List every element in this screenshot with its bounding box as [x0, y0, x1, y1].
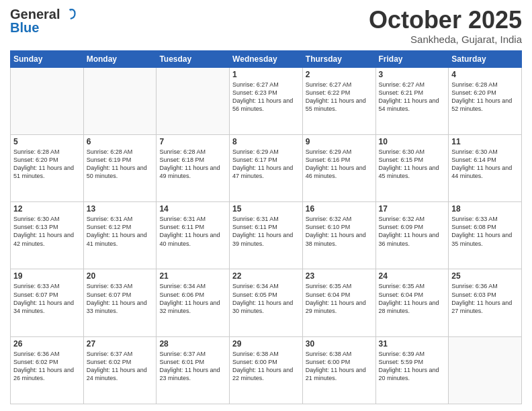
calendar-cell: 17 Sunrise: 6:32 AM Sunset: 6:09 PM Dayl… — [375, 202, 449, 269]
day-info: Sunrise: 6:29 AM Sunset: 6:17 PM Dayligh… — [232, 148, 300, 181]
calendar-cell: 4 Sunrise: 6:28 AM Sunset: 6:20 PM Dayli… — [449, 67, 522, 134]
day-number: 12 — [13, 204, 81, 214]
logo: General Blue — [10, 7, 76, 36]
calendar-cell: 14 Sunrise: 6:31 AM Sunset: 6:11 PM Dayl… — [157, 202, 230, 269]
calendar-cell: 31 Sunrise: 6:39 AM Sunset: 5:59 PM Dayl… — [375, 336, 449, 404]
calendar-row-2: 12 Sunrise: 6:30 AM Sunset: 6:13 PM Dayl… — [11, 202, 522, 269]
page: General Blue October 2025 Sankheda, Guja… — [0, 0, 532, 411]
calendar-cell: 7 Sunrise: 6:28 AM Sunset: 6:18 PM Dayli… — [157, 134, 230, 201]
calendar-cell: 12 Sunrise: 6:30 AM Sunset: 6:13 PM Dayl… — [11, 202, 84, 269]
calendar-cell: 2 Sunrise: 6:27 AM Sunset: 6:22 PM Dayli… — [302, 67, 375, 134]
calendar-cell: 29 Sunrise: 6:38 AM Sunset: 6:00 PM Dayl… — [230, 336, 303, 404]
title-block: October 2025 Sankheda, Gujarat, India — [369, 7, 522, 45]
day-number: 14 — [159, 204, 226, 214]
day-info: Sunrise: 6:31 AM Sunset: 6:12 PM Dayligh… — [87, 215, 154, 248]
day-number: 4 — [451, 70, 519, 79]
location: Sankheda, Gujarat, India — [369, 34, 522, 45]
day-number: 11 — [451, 137, 519, 146]
calendar-cell: 23 Sunrise: 6:35 AM Sunset: 6:04 PM Dayl… — [302, 269, 375, 336]
calendar-cell: 28 Sunrise: 6:37 AM Sunset: 6:01 PM Dayl… — [157, 336, 230, 404]
day-info: Sunrise: 6:27 AM Sunset: 6:21 PM Dayligh… — [379, 81, 446, 113]
day-info: Sunrise: 6:32 AM Sunset: 6:09 PM Dayligh… — [379, 215, 446, 248]
calendar-cell: 10 Sunrise: 6:30 AM Sunset: 6:15 PM Dayl… — [375, 134, 449, 201]
day-number: 18 — [451, 204, 519, 214]
day-info: Sunrise: 6:28 AM Sunset: 6:19 PM Dayligh… — [87, 148, 154, 181]
calendar-cell — [11, 67, 84, 134]
day-info: Sunrise: 6:27 AM Sunset: 6:22 PM Dayligh… — [306, 81, 373, 113]
day-info: Sunrise: 6:37 AM Sunset: 6:02 PM Dayligh… — [87, 350, 154, 383]
day-info: Sunrise: 6:30 AM Sunset: 6:15 PM Dayligh… — [379, 148, 446, 181]
day-info: Sunrise: 6:28 AM Sunset: 6:20 PM Dayligh… — [13, 148, 81, 181]
day-number: 9 — [306, 137, 373, 146]
calendar-cell: 18 Sunrise: 6:33 AM Sunset: 6:08 PM Dayl… — [449, 202, 522, 269]
day-number: 23 — [306, 271, 373, 281]
day-number: 22 — [232, 271, 300, 281]
calendar-cell: 13 Sunrise: 6:31 AM Sunset: 6:12 PM Dayl… — [83, 202, 157, 269]
col-tuesday: Tuesday — [157, 50, 230, 67]
header: General Blue October 2025 Sankheda, Guja… — [10, 7, 522, 45]
calendar-cell: 19 Sunrise: 6:33 AM Sunset: 6:07 PM Dayl… — [11, 269, 84, 336]
day-number: 30 — [306, 339, 373, 349]
day-info: Sunrise: 6:34 AM Sunset: 6:06 PM Dayligh… — [159, 282, 226, 315]
day-info: Sunrise: 6:36 AM Sunset: 6:02 PM Dayligh… — [13, 350, 81, 383]
calendar-cell: 20 Sunrise: 6:33 AM Sunset: 6:07 PM Dayl… — [83, 269, 157, 336]
day-info: Sunrise: 6:28 AM Sunset: 6:18 PM Dayligh… — [159, 148, 226, 181]
day-info: Sunrise: 6:34 AM Sunset: 6:05 PM Dayligh… — [232, 282, 300, 315]
day-number: 1 — [232, 70, 300, 79]
month-title: October 2025 — [369, 7, 522, 34]
calendar-row-1: 5 Sunrise: 6:28 AM Sunset: 6:20 PM Dayli… — [11, 134, 522, 201]
day-number: 21 — [159, 271, 226, 281]
day-number: 7 — [159, 137, 226, 146]
day-info: Sunrise: 6:35 AM Sunset: 6:04 PM Dayligh… — [306, 282, 373, 315]
col-thursday: Thursday — [302, 50, 375, 67]
day-info: Sunrise: 6:33 AM Sunset: 6:07 PM Dayligh… — [13, 282, 81, 315]
calendar-cell: 9 Sunrise: 6:29 AM Sunset: 6:16 PM Dayli… — [302, 134, 375, 201]
day-number: 3 — [379, 70, 446, 79]
day-number: 29 — [232, 339, 300, 349]
day-info: Sunrise: 6:27 AM Sunset: 6:23 PM Dayligh… — [232, 81, 300, 113]
calendar-cell: 16 Sunrise: 6:32 AM Sunset: 6:10 PM Dayl… — [302, 202, 375, 269]
day-info: Sunrise: 6:30 AM Sunset: 6:14 PM Dayligh… — [451, 148, 519, 181]
day-info: Sunrise: 6:38 AM Sunset: 6:00 PM Dayligh… — [232, 350, 300, 383]
logo-icon — [61, 7, 76, 21]
day-number: 27 — [87, 339, 154, 349]
day-info: Sunrise: 6:29 AM Sunset: 6:16 PM Dayligh… — [306, 148, 373, 181]
calendar-cell: 15 Sunrise: 6:31 AM Sunset: 6:11 PM Dayl… — [230, 202, 303, 269]
calendar-cell: 1 Sunrise: 6:27 AM Sunset: 6:23 PM Dayli… — [230, 67, 303, 134]
col-wednesday: Wednesday — [230, 50, 303, 67]
calendar-cell: 11 Sunrise: 6:30 AM Sunset: 6:14 PM Dayl… — [449, 134, 522, 201]
day-number: 13 — [87, 204, 154, 214]
day-number: 25 — [451, 271, 519, 281]
day-number: 8 — [232, 137, 300, 146]
day-info: Sunrise: 6:31 AM Sunset: 6:11 PM Dayligh… — [159, 215, 226, 248]
logo-general: General — [10, 7, 60, 21]
calendar-row-0: 1 Sunrise: 6:27 AM Sunset: 6:23 PM Dayli… — [11, 67, 522, 134]
day-number: 31 — [379, 339, 446, 349]
day-number: 10 — [379, 137, 446, 146]
day-number: 19 — [13, 271, 81, 281]
day-number: 28 — [159, 339, 226, 349]
day-number: 17 — [379, 204, 446, 214]
calendar-cell: 8 Sunrise: 6:29 AM Sunset: 6:17 PM Dayli… — [230, 134, 303, 201]
day-number: 20 — [87, 271, 154, 281]
calendar-cell: 3 Sunrise: 6:27 AM Sunset: 6:21 PM Dayli… — [375, 67, 449, 134]
day-number: 2 — [306, 70, 373, 79]
day-info: Sunrise: 6:33 AM Sunset: 6:07 PM Dayligh… — [87, 282, 154, 315]
col-friday: Friday — [375, 50, 449, 67]
day-info: Sunrise: 6:37 AM Sunset: 6:01 PM Dayligh… — [159, 350, 226, 383]
calendar-table: Sunday Monday Tuesday Wednesday Thursday… — [10, 50, 522, 404]
day-number: 5 — [13, 137, 81, 146]
calendar-cell: 21 Sunrise: 6:34 AM Sunset: 6:06 PM Dayl… — [157, 269, 230, 336]
day-number: 24 — [379, 271, 446, 281]
calendar-cell — [83, 67, 157, 134]
day-info: Sunrise: 6:38 AM Sunset: 6:00 PM Dayligh… — [306, 350, 373, 383]
calendar-cell: 25 Sunrise: 6:36 AM Sunset: 6:03 PM Dayl… — [449, 269, 522, 336]
day-info: Sunrise: 6:28 AM Sunset: 6:20 PM Dayligh… — [451, 81, 519, 113]
calendar-header-row: Sunday Monday Tuesday Wednesday Thursday… — [11, 50, 522, 67]
day-info: Sunrise: 6:39 AM Sunset: 5:59 PM Dayligh… — [379, 350, 446, 383]
calendar-row-4: 26 Sunrise: 6:36 AM Sunset: 6:02 PM Dayl… — [11, 336, 522, 404]
calendar-cell: 24 Sunrise: 6:35 AM Sunset: 6:04 PM Dayl… — [375, 269, 449, 336]
calendar-row-3: 19 Sunrise: 6:33 AM Sunset: 6:07 PM Dayl… — [11, 269, 522, 336]
day-number: 26 — [13, 339, 81, 349]
col-saturday: Saturday — [449, 50, 522, 67]
